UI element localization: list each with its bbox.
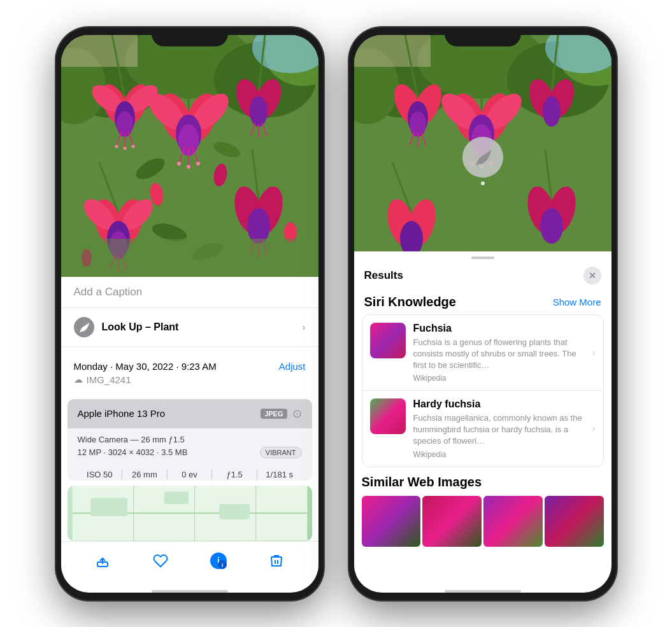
- cloud-icon: ☁: [74, 374, 83, 384]
- svg-point-32: [123, 146, 126, 150]
- siri-knowledge-header: Siri Knowledge Show More: [362, 290, 604, 314]
- svg-point-114: [543, 96, 561, 127]
- right-phone: Results ✕ Siri Knowledge Show More: [349, 27, 617, 600]
- camera-details: Wide Camera — 26 mm ƒ1.5 12 MP · 3024 × …: [68, 428, 312, 465]
- results-panel: Results ✕ Siri Knowledge Show More: [354, 251, 611, 588]
- filename-text: IMG_4241: [87, 374, 131, 385]
- adjust-button[interactable]: Adjust: [279, 361, 306, 372]
- vi-dot: [481, 181, 485, 185]
- jpeg-badge: JPEG: [261, 409, 287, 419]
- delete-button[interactable]: [265, 549, 288, 572]
- fuchsia-thumbnail: [370, 323, 406, 358]
- hardy-fuchsia-description: Fuchsia magellanica, commonly known as t…: [413, 412, 585, 447]
- visual-lookup-icon: [74, 317, 94, 337]
- right-phone-screen: Results ✕ Siri Knowledge Show More: [354, 35, 611, 593]
- results-close-button[interactable]: ✕: [583, 267, 601, 285]
- svg-point-20: [196, 162, 200, 166]
- caption-area[interactable]: Add a Caption: [61, 277, 318, 308]
- photo-display[interactable]: [61, 35, 318, 277]
- camera-header: Apple iPhone 13 Pro JPEG ⊙: [68, 399, 312, 428]
- camera-line2: 12 MP · 3024 × 4032 · 3.5 MB VIBRANT: [78, 447, 302, 458]
- share-button[interactable]: [91, 549, 114, 572]
- left-phone-screen: Add a Caption Look Up – Plant › Monday ·…: [61, 35, 318, 593]
- lookup-bold: Look Up –: [102, 321, 151, 332]
- similar-image-1[interactable]: [362, 496, 421, 547]
- caption-placeholder: Add a Caption: [74, 286, 143, 298]
- date-text: Monday · May 30, 2022 · 9:23 AM: [74, 361, 217, 372]
- camera-line2-text: 12 MP · 3024 × 4032 · 3.5 MB: [78, 447, 188, 457]
- exif-focal: 26 mm: [122, 470, 168, 479]
- show-more-button[interactable]: Show More: [553, 297, 601, 307]
- metadata-section: Monday · May 30, 2022 · 9:23 AM Adjust ☁…: [61, 352, 318, 394]
- map-area[interactable]: [68, 486, 312, 540]
- camera-model: Apple iPhone 13 Pro: [78, 408, 166, 419]
- home-indicator: [152, 590, 228, 593]
- fuchsia-chevron: ›: [592, 348, 596, 358]
- favorite-button[interactable]: [149, 549, 172, 572]
- hardy-fuchsia-thumbnail: [370, 398, 406, 434]
- svg-point-37: [250, 96, 268, 127]
- hardy-fuchsia-source: Wikipedia: [413, 450, 585, 459]
- svg-rect-74: [219, 504, 250, 519]
- lookup-chevron: ›: [303, 322, 306, 332]
- fuchsia-content: Fuchsia Fuchsia is a genus of flowering …: [413, 323, 585, 383]
- svg-point-18: [177, 162, 181, 166]
- right-photo-display[interactable]: [354, 35, 611, 251]
- visual-intelligence-button[interactable]: [462, 137, 503, 178]
- siri-item-hardy-fuchsia[interactable]: Hardy fuchsia Fuchsia magellanica, commo…: [362, 391, 603, 467]
- svg-point-54: [247, 208, 270, 244]
- svg-rect-66: [61, 239, 318, 277]
- info-button[interactable]: i i: [207, 549, 230, 572]
- similar-web-images-section: Similar Web Images: [354, 467, 611, 547]
- camera-line1: Wide Camera — 26 mm ƒ1.5: [78, 435, 302, 444]
- lookup-row[interactable]: Look Up – Plant ›: [61, 308, 318, 347]
- left-phone: Add a Caption Look Up – Plant › Monday ·…: [56, 27, 324, 600]
- similar-image-2[interactable]: [422, 496, 482, 547]
- date-row: Monday · May 30, 2022 · 9:23 AM Adjust: [74, 361, 306, 372]
- svg-point-31: [115, 144, 118, 148]
- fuchsia-source: Wikipedia: [413, 374, 585, 383]
- similar-images-grid: [362, 496, 604, 547]
- svg-point-33: [131, 144, 134, 148]
- fuchsia-title: Fuchsia: [413, 323, 585, 334]
- svg-rect-89: [354, 35, 431, 67]
- similar-image-3[interactable]: [483, 496, 543, 547]
- exif-aperture: ƒ1.5: [212, 470, 257, 479]
- similar-images-title: Similar Web Images: [362, 475, 604, 490]
- exif-row: ISO 50 26 mm 0 ev ƒ1.5 1/181 s: [68, 465, 312, 481]
- exif-iso: ISO 50: [78, 470, 123, 479]
- svg-rect-72: [90, 498, 127, 516]
- right-home-indicator: [445, 590, 521, 593]
- hardy-fuchsia-chevron: ›: [592, 423, 596, 433]
- hardy-fuchsia-title: Hardy fuchsia: [413, 398, 585, 410]
- svg-point-122: [540, 208, 563, 244]
- lookup-text: Look Up – Plant: [102, 321, 179, 333]
- exif-ev: 0 ev: [168, 470, 213, 479]
- lens-info-icon: ⊙: [292, 407, 302, 421]
- siri-knowledge-section: Siri Knowledge Show More Fuchsia Fuchsia…: [354, 290, 611, 467]
- exif-shutter: 1/181 s: [257, 470, 302, 479]
- lookup-subject: Plant: [151, 321, 179, 332]
- filename-row: ☁ IMG_4241: [74, 374, 306, 385]
- svg-point-19: [187, 165, 190, 169]
- siri-knowledge-card: Fuchsia Fuchsia is a genus of flowering …: [362, 314, 604, 467]
- camera-section: Apple iPhone 13 Pro JPEG ⊙ Wide Camera —…: [68, 399, 312, 481]
- similar-image-4[interactable]: [545, 496, 604, 547]
- hardy-fuchsia-content: Hardy fuchsia Fuchsia magellanica, commo…: [413, 398, 585, 459]
- results-header: Results ✕: [354, 259, 611, 290]
- svg-rect-7: [61, 35, 138, 67]
- results-title: Results: [364, 269, 403, 282]
- siri-knowledge-title: Siri Knowledge: [364, 295, 456, 309]
- bottom-toolbar: i i: [61, 541, 318, 588]
- svg-rect-73: [164, 492, 188, 504]
- fuchsia-description: Fuchsia is a genus of flowering plants t…: [413, 337, 585, 372]
- siri-item-fuchsia[interactable]: Fuchsia Fuchsia is a genus of flowering …: [362, 315, 603, 391]
- vibrant-badge: VIBRANT: [260, 447, 302, 458]
- svg-text:i: i: [222, 562, 224, 568]
